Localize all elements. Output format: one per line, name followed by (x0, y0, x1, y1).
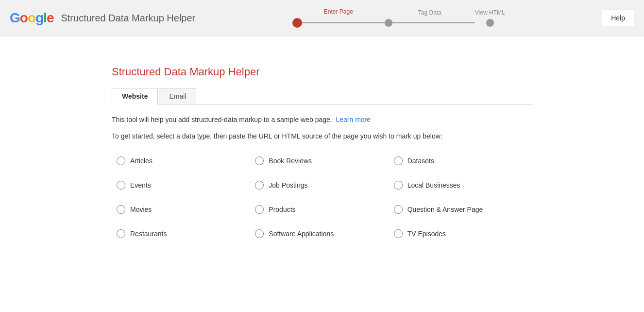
radio-label-local-businesses: Local Businesses (407, 181, 460, 189)
learn-more-link[interactable]: Learn more (336, 116, 371, 123)
data-type-grid: Articles Book Reviews Datasets Events Jo… (117, 154, 532, 241)
tabs: Website Email (112, 88, 532, 104)
radio-articles[interactable] (117, 156, 125, 165)
header: Google Structured Data Markup Helper Ent… (0, 0, 644, 36)
description: This tool will help you add structured-d… (112, 114, 532, 125)
radio-label-job-postings: Job Postings (269, 181, 307, 189)
radio-item-job-postings[interactable]: Job Postings (255, 178, 393, 192)
radio-item-movies[interactable]: Movies (117, 202, 255, 217)
tab-website[interactable]: Website (112, 88, 158, 104)
radio-item-question-answer[interactable]: Question & Answer Page (394, 202, 532, 217)
radio-local-businesses[interactable] (394, 181, 403, 190)
step-dot-row-1 (292, 18, 385, 28)
sub-description: To get started, select a data type, then… (112, 131, 532, 141)
radio-item-datasets[interactable]: Datasets (394, 154, 532, 168)
step-tag-data: Tag Data (385, 9, 475, 27)
logo-letter-g2: g (35, 10, 43, 26)
radio-item-products[interactable]: Products (255, 202, 393, 217)
radio-item-local-businesses[interactable]: Local Businesses (394, 178, 532, 192)
radio-label-movies: Movies (130, 206, 152, 213)
step-enter-page: Enter Page (292, 8, 385, 28)
radio-question-answer[interactable] (394, 205, 403, 214)
help-button[interactable]: Help (602, 10, 634, 26)
description-text: This tool will help you add structured-d… (112, 116, 332, 123)
radio-products[interactable] (255, 205, 264, 214)
radio-datasets[interactable] (394, 156, 403, 165)
step-dot-1 (292, 18, 302, 28)
line-2 (392, 22, 475, 23)
radio-tv-episodes[interactable] (394, 229, 403, 238)
radio-item-book-reviews[interactable]: Book Reviews (255, 154, 393, 168)
header-left: Google Structured Data Markup Helper (10, 10, 195, 26)
radio-label-products: Products (269, 206, 295, 213)
logo-letter-o1: o (20, 10, 28, 26)
radio-item-tv-episodes[interactable]: TV Episodes (394, 226, 532, 241)
radio-software-applications[interactable] (255, 229, 264, 238)
radio-label-articles: Articles (130, 157, 153, 165)
main-content: Structured Data Markup Helper Website Em… (0, 36, 644, 312)
radio-item-restaurants[interactable]: Restaurants (117, 226, 255, 241)
radio-events[interactable] (117, 181, 125, 190)
radio-job-postings[interactable] (255, 181, 264, 190)
radio-label-book-reviews: Book Reviews (269, 157, 312, 165)
step-enter-page-label: Enter Page (324, 8, 353, 15)
google-logo: Google (10, 10, 53, 26)
radio-restaurants[interactable] (117, 229, 125, 238)
radio-label-software-applications: Software Applications (269, 230, 334, 238)
radio-label-question-answer: Question & Answer Page (407, 206, 483, 213)
radio-book-reviews[interactable] (255, 156, 264, 165)
step-tag-data-label: Tag Data (418, 9, 441, 16)
radio-movies[interactable] (117, 205, 125, 214)
step-dot-3 (486, 19, 494, 27)
radio-label-restaurants: Restaurants (130, 230, 167, 238)
step-dot-row-2 (385, 19, 475, 27)
progress-steps: Enter Page Tag Data View HTML (292, 8, 505, 28)
logo-letter-o2: o (28, 10, 35, 26)
page-title: Structured Data Markup Helper (112, 66, 532, 78)
radio-label-events: Events (130, 181, 151, 189)
app-title: Structured Data Markup Helper (61, 13, 195, 24)
step-view-html: View HTML (475, 9, 505, 27)
step-dot-2 (385, 19, 392, 27)
tab-email[interactable]: Email (159, 88, 196, 104)
logo-letter-e: e (47, 10, 54, 26)
radio-item-articles[interactable]: Articles (117, 154, 255, 168)
step-dot-row-3 (486, 19, 494, 27)
radio-label-tv-episodes: TV Episodes (407, 230, 446, 238)
step-view-html-label: View HTML (475, 9, 505, 16)
logo-letter-g: G (10, 10, 20, 26)
radio-label-datasets: Datasets (407, 157, 434, 165)
radio-item-software-applications[interactable]: Software Applications (255, 226, 393, 241)
radio-item-events[interactable]: Events (117, 178, 255, 192)
logo-letter-l: l (43, 10, 47, 26)
line-1 (302, 22, 385, 23)
